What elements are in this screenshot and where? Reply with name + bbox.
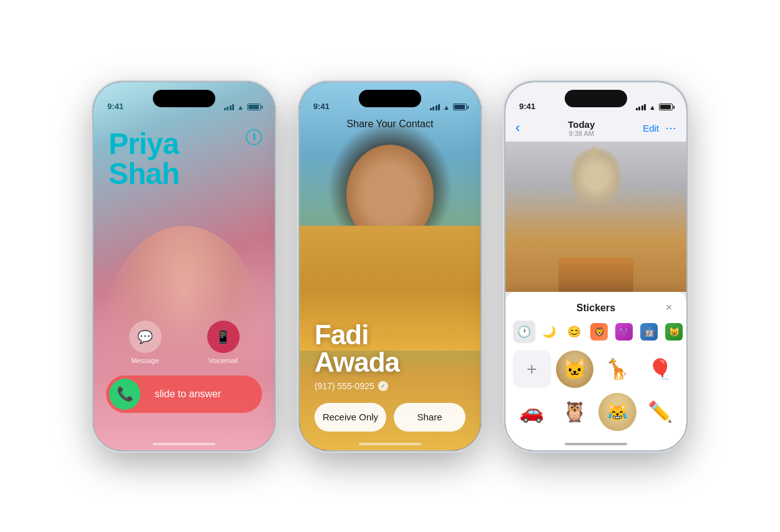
close-stickers-button[interactable]: × <box>661 301 676 316</box>
share-button[interactable]: Share <box>394 403 466 432</box>
add-sticker-button[interactable]: + <box>513 351 551 389</box>
sticker-car[interactable]: 🚗 <box>513 393 551 431</box>
sticker-tab-custom2[interactable]: 💜 <box>613 321 635 343</box>
sticker-cat2[interactable]: 😹 <box>598 393 636 431</box>
sticker-tab-custom3[interactable]: 🤖 <box>638 321 660 343</box>
status-time-2: 9:41 <box>313 102 329 111</box>
header-date: Today <box>568 119 595 130</box>
back-button[interactable]: ‹ <box>515 120 520 136</box>
header-time: 9:38 AM <box>568 130 595 137</box>
voicemail-icon: 📱 <box>207 321 240 353</box>
sticker-tab-moon[interactable]: 🌙 <box>538 321 560 343</box>
sticker-giraffe[interactable]: 🦒 <box>598 351 636 389</box>
contact-name: Fadi Awada <box>314 321 466 376</box>
header-actions: Edit ⋯ <box>643 121 676 135</box>
home-indicator-1 <box>153 443 215 445</box>
sticker-category-tabs: 🕐 🌙 😊 🦁 💜 🤖 😸 <box>505 321 686 348</box>
contact-name-area: Fadi Awada (917) 555-0925 ✓ <box>314 321 466 391</box>
sticker-grid: + 🐱 🦒 🎈 🚗 🦉 <box>505 348 686 433</box>
phone2-screen: 9:41 ▲ Share Your Contact Fadi Awada <box>300 82 480 450</box>
header-center: Today 9:38 AM <box>568 119 595 137</box>
slide-to-answer-bar[interactable]: 📞 slide to answer <box>106 375 262 413</box>
home-indicator-2 <box>359 443 421 445</box>
wifi-icon-3: ▲ <box>649 104 656 111</box>
sticker-hot-air-balloon[interactable]: 🎈 <box>641 351 680 389</box>
phone3-screen: 9:41 ▲ ‹ Today 9:38 AM <box>505 82 686 450</box>
sticker-owl[interactable]: 🦉 <box>556 393 594 431</box>
stickers-panel-header: Stickers × <box>505 292 686 321</box>
stool <box>558 258 633 292</box>
message-photo <box>505 142 686 292</box>
caller-last-name: Shah <box>109 159 179 189</box>
verified-badge: ✓ <box>378 381 388 391</box>
edit-button[interactable]: Edit <box>643 123 659 133</box>
stickers-panel: Stickers × 🕐 🌙 😊 🦁 💜 🤖 😸 <box>505 292 686 450</box>
caller-info-button[interactable]: ℹ <box>246 129 262 145</box>
share-contact-header: Share Your Contact <box>300 118 480 130</box>
voicemail-label: Voicemail <box>208 357 238 364</box>
status-icons-2: ▲ <box>430 104 467 111</box>
dynamic-island-3 <box>565 90 627 107</box>
share-buttons-row: Receive Only Share <box>314 403 466 432</box>
signal-icon-1 <box>224 104 235 110</box>
wifi-icon-2: ▲ <box>443 104 450 111</box>
sticker-tab-custom1[interactable]: 🦁 <box>588 321 610 343</box>
message-label: Message <box>131 357 159 364</box>
back-chevron-icon: ‹ <box>515 120 520 136</box>
phone-1-incoming-call: 9:41 ▲ Priya Shah ℹ <box>94 82 275 450</box>
caller-name: Priya Shah <box>109 129 179 189</box>
contact-last-name: Awada <box>314 349 466 376</box>
sticker-tab-custom4[interactable]: 😸 <box>663 321 685 343</box>
call-actions: 💬 Message 📱 Voicemail 📞 slide to answer <box>94 321 275 413</box>
message-action[interactable]: 💬 Message <box>129 321 162 364</box>
phone-3-messages: 9:41 ▲ ‹ Today 9:38 AM <box>505 82 686 450</box>
quick-actions-row: 💬 Message 📱 Voicemail <box>106 321 262 364</box>
caller-first-name: Priya <box>109 129 179 159</box>
cat-body <box>571 148 621 205</box>
sticker-pencil[interactable]: ✏️ <box>641 393 680 431</box>
sticker-tab-recents[interactable]: 🕐 <box>513 321 535 343</box>
status-time-3: 9:41 <box>519 102 535 111</box>
answer-phone-button[interactable]: 📞 <box>109 379 140 410</box>
status-icons-3: ▲ <box>636 104 673 111</box>
sticker-tab-emoji[interactable]: 😊 <box>563 321 585 343</box>
messages-header: ‹ Today 9:38 AM Edit ⋯ <box>505 115 686 142</box>
status-icons-1: ▲ <box>224 104 261 111</box>
slide-to-answer-text: slide to answer <box>148 389 259 400</box>
voicemail-action[interactable]: 📱 Voicemail <box>207 321 240 364</box>
dynamic-island-2 <box>359 90 421 107</box>
stickers-title: Stickers <box>530 302 661 314</box>
sticker-cat[interactable]: 🐱 <box>556 351 594 389</box>
signal-icon-2 <box>430 104 441 110</box>
wifi-icon-1: ▲ <box>237 104 244 111</box>
battery-icon-3 <box>659 104 673 110</box>
battery-icon-2 <box>453 104 467 110</box>
contact-phone-number: (917) 555-0925 ✓ <box>314 381 466 391</box>
battery-icon-1 <box>247 104 261 110</box>
dynamic-island-1 <box>153 90 215 107</box>
message-icon: 💬 <box>129 321 162 353</box>
contact-first-name: Fadi <box>314 321 466 349</box>
more-button[interactable]: ⋯ <box>665 121 676 135</box>
phone-2-share-contact: 9:41 ▲ Share Your Contact Fadi Awada <box>300 82 480 450</box>
signal-icon-3 <box>636 104 646 110</box>
phone1-screen: 9:41 ▲ Priya Shah ℹ <box>94 82 275 450</box>
status-time-1: 9:41 <box>107 102 124 111</box>
home-indicator-3 <box>565 443 627 445</box>
receive-only-button[interactable]: Receive Only <box>314 403 386 432</box>
